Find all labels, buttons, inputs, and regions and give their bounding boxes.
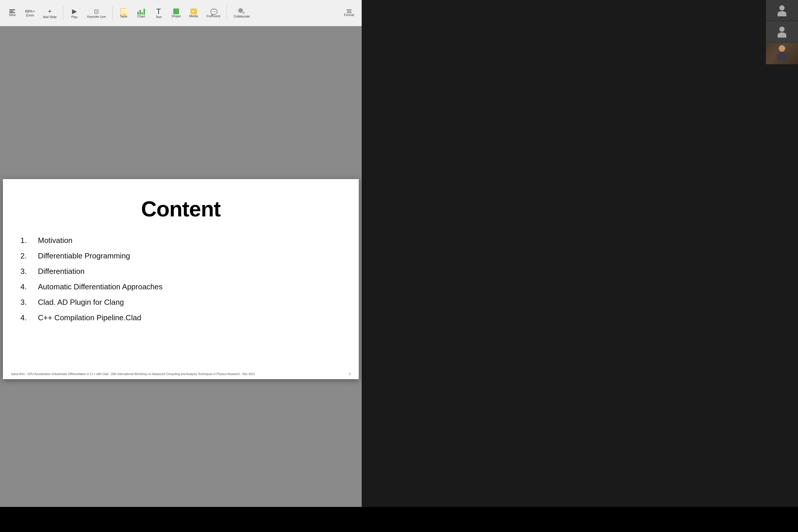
avatar-1-head bbox=[779, 5, 784, 11]
chart-button[interactable]: Chart bbox=[134, 6, 149, 20]
format-icon bbox=[346, 10, 352, 13]
slide-title: Content bbox=[3, 179, 359, 230]
media-label: Media bbox=[189, 14, 198, 18]
text-label: Text bbox=[156, 15, 162, 19]
list-number-4: 4. bbox=[20, 282, 38, 291]
comment-icon: 💬 bbox=[210, 8, 217, 14]
format-label: Format bbox=[344, 13, 354, 17]
text-button[interactable]: T Text bbox=[151, 6, 166, 20]
participant-1-tile bbox=[766, 0, 798, 21]
slide-footer-text: Ioana Ifrim - GPU Acceleration of Automa… bbox=[11, 373, 255, 376]
collaborate-icon bbox=[238, 8, 245, 15]
list-text-5: Clad. AD Plugin for Clang bbox=[38, 298, 124, 307]
list-item: 3. Clad. AD Plugin for Clang bbox=[20, 298, 341, 307]
list-text-3: Differentiation bbox=[38, 267, 84, 276]
view-label: View bbox=[9, 13, 16, 17]
toolbar-divider-1 bbox=[63, 6, 63, 20]
slide-page-number: 2 bbox=[349, 373, 350, 376]
list-item: 1. Motivation bbox=[20, 236, 341, 245]
view-icon bbox=[10, 10, 15, 13]
keynote-live-button[interactable]: ⊡ Keynote Live bbox=[84, 6, 109, 20]
slide-area: Content 1. Motivation 2. Differentiable … bbox=[0, 26, 362, 532]
video-panel bbox=[766, 0, 798, 64]
play-button[interactable]: ▶ Play bbox=[67, 6, 82, 20]
toolbar-divider-2 bbox=[112, 6, 113, 20]
list-item: 2. Differentiable Programming bbox=[20, 251, 341, 261]
list-text-6: C++ Compilation Pipeline.Clad bbox=[38, 313, 141, 322]
list-item: 4. C++ Compilation Pipeline.Clad bbox=[20, 313, 341, 322]
keynote-live-label: Keynote Live bbox=[87, 15, 106, 18]
list-item: 3. Differentiation bbox=[20, 267, 341, 276]
bottom-bar bbox=[0, 507, 798, 532]
chart-icon bbox=[137, 8, 145, 15]
chart-label: Chart bbox=[137, 15, 145, 18]
zoom-label: Zoom bbox=[26, 14, 34, 17]
keynote-live-icon: ⊡ bbox=[94, 8, 99, 15]
zoom-chevron-icon: ▾ bbox=[33, 10, 35, 13]
shape-button[interactable]: Shape bbox=[169, 7, 184, 20]
play-icon: ▶ bbox=[72, 7, 77, 15]
table-label: Table bbox=[120, 15, 128, 18]
collaborate-button[interactable]: Collaborate bbox=[230, 6, 252, 20]
live-person-head bbox=[779, 45, 785, 52]
slide-footer: Ioana Ifrim - GPU Acceleration of Automa… bbox=[3, 373, 359, 376]
add-slide-button[interactable]: + Add Slide bbox=[40, 6, 59, 20]
avatar-2-head bbox=[779, 26, 784, 32]
table-cell bbox=[121, 9, 123, 10]
play-label: Play bbox=[71, 15, 77, 19]
list-number-6: 4. bbox=[20, 313, 38, 322]
list-number-3: 3. bbox=[20, 267, 38, 276]
slide[interactable]: Content 1. Motivation 2. Differentiable … bbox=[3, 179, 359, 379]
live-video bbox=[766, 43, 798, 64]
media-button[interactable]: ▶ Media bbox=[186, 7, 201, 20]
comment-button[interactable]: 💬 Comment bbox=[204, 7, 223, 20]
add-slide-label: Add Slide bbox=[43, 15, 57, 19]
list-text-1: Motivation bbox=[38, 236, 73, 245]
avatar-2 bbox=[776, 25, 788, 38]
shape-label: Shape bbox=[171, 14, 181, 18]
list-text-4: Automatic Differentiation Approaches bbox=[38, 282, 163, 291]
table-button[interactable]: Table bbox=[116, 6, 131, 20]
list-number-5: 3. bbox=[20, 298, 38, 307]
add-slide-icon: + bbox=[48, 7, 52, 15]
toolbar: View 68% ▾ Zoom + Add Slide ▶ Play ⊡ Key… bbox=[0, 0, 362, 26]
avatar-2-body bbox=[778, 32, 786, 38]
view-line-2 bbox=[10, 11, 14, 12]
slide-content: 1. Motivation 2. Differentiable Programm… bbox=[3, 230, 359, 335]
list-text-2: Differentiable Programming bbox=[38, 251, 130, 261]
list-number-2: 2. bbox=[20, 251, 38, 261]
collaborate-label: Collaborate bbox=[233, 15, 250, 18]
view-line-1 bbox=[10, 10, 15, 10]
live-person bbox=[775, 45, 789, 62]
media-icon: ▶ bbox=[190, 8, 197, 14]
view-button[interactable]: View bbox=[5, 7, 20, 18]
table-icon bbox=[120, 8, 127, 15]
list-item: 4. Automatic Differentiation Approaches bbox=[20, 282, 341, 291]
participant-2-tile bbox=[766, 21, 798, 43]
zoom-value: 68% bbox=[25, 9, 33, 14]
format-button[interactable]: Format bbox=[341, 7, 357, 18]
participant-3-tile bbox=[766, 43, 798, 64]
list-number-1: 1. bbox=[20, 236, 38, 245]
live-person-body bbox=[777, 52, 787, 60]
shape-icon bbox=[173, 8, 179, 14]
avatar-1 bbox=[776, 4, 788, 17]
zoom-button[interactable]: 68% ▾ Zoom bbox=[22, 7, 38, 19]
text-icon: T bbox=[156, 7, 161, 15]
avatar-1-body bbox=[778, 11, 786, 16]
toolbar-divider-3 bbox=[227, 6, 227, 20]
zoom-control: 68% ▾ bbox=[25, 9, 35, 14]
